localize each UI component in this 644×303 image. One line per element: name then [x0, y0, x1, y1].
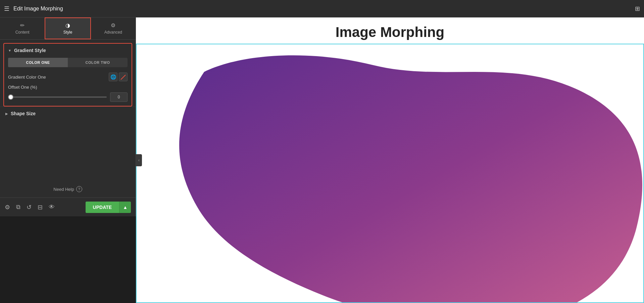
gradient-color-icons: 🌐 [109, 73, 128, 81]
canvas-area[interactable] [136, 44, 644, 303]
update-arrow-button[interactable]: ▲ [119, 202, 131, 213]
tab-style[interactable]: ◑ Style [45, 17, 91, 39]
topbar-title: Edit Image Morphing [13, 6, 63, 12]
slider-row: 0 [8, 92, 128, 102]
tab-advanced[interactable]: ⚙ Advanced [91, 17, 136, 39]
style-tab-icon: ◑ [65, 22, 70, 29]
gradient-style-title: Gradient Style [14, 48, 46, 53]
slash-icon [120, 74, 127, 80]
section-collapse-icon: ▼ [8, 49, 11, 52]
menu-icon[interactable]: ☰ [4, 5, 9, 12]
grid-icon[interactable]: ⊞ [635, 5, 640, 12]
color-one-button[interactable]: COLOR ONE [8, 58, 68, 67]
content-area: Image Morphing [136, 17, 644, 303]
blob-container [137, 44, 643, 302]
gradient-color-label: Gradient Color One [8, 75, 46, 80]
shape-size-title: Shape Size [11, 111, 36, 116]
layers-icon[interactable]: ⧉ [16, 204, 20, 211]
advanced-tab-icon: ⚙ [111, 22, 115, 29]
sidebar-content: ▼ Gradient Style COLOR ONE COLOR TWO Gra… [0, 40, 136, 198]
style-tab-label: Style [63, 30, 72, 35]
tab-bar: ✏ Content ◑ Style ⚙ Advanced [0, 17, 136, 40]
sidebar: ✏ Content ◑ Style ⚙ Advanced [0, 17, 136, 216]
gradient-style-section-header[interactable]: ▼ Gradient Style [8, 48, 128, 53]
blob-svg [137, 44, 643, 302]
page-title: Image Morphing [136, 24, 644, 40]
responsive-icon[interactable]: ⊟ [38, 204, 43, 211]
gradient-color-row: Gradient Color One 🌐 [8, 73, 128, 81]
color-toggle: COLOR ONE COLOR TWO [8, 58, 128, 67]
need-help[interactable]: Need Help ? [0, 181, 136, 198]
content-tab-label: Content [15, 30, 30, 35]
settings-icon[interactable]: ⚙ [5, 204, 10, 211]
collapse-icon: ‹ [138, 158, 140, 163]
sidebar-collapse-button[interactable]: ‹ [136, 154, 142, 166]
preview-icon[interactable]: 👁 [49, 204, 55, 211]
slash-icon-button[interactable] [119, 73, 128, 81]
shape-size-section: ▶ Shape Size [0, 106, 136, 120]
offset-slider[interactable] [8, 96, 107, 98]
color-two-button[interactable]: COLOR TWO [68, 58, 128, 67]
content-tab-icon: ✏ [20, 22, 24, 29]
page-title-bar: Image Morphing [136, 17, 644, 44]
offset-value-box: 0 [110, 92, 128, 102]
shape-size-header[interactable]: ▶ Shape Size [5, 111, 130, 116]
need-help-label: Need Help [53, 187, 74, 192]
update-button[interactable]: UPDATE [86, 202, 119, 213]
update-btn-group: UPDATE ▲ [86, 202, 131, 213]
tab-content[interactable]: ✏ Content [0, 17, 45, 39]
bottom-toolbar: ⚙ ⧉ ↺ ⊟ 👁 UPDATE ▲ [0, 198, 136, 216]
top-bar: ☰ Edit Image Morphing ⊞ [0, 0, 644, 17]
shape-section-icon: ▶ [5, 112, 8, 116]
history-icon[interactable]: ↺ [27, 204, 32, 211]
help-icon: ? [76, 186, 82, 192]
globe-icon-button[interactable]: 🌐 [109, 73, 117, 81]
bottom-icons: ⚙ ⧉ ↺ ⊟ 👁 [5, 204, 55, 211]
offset-label: Offset One (%) [8, 85, 128, 90]
advanced-tab-label: Advanced [104, 30, 122, 35]
